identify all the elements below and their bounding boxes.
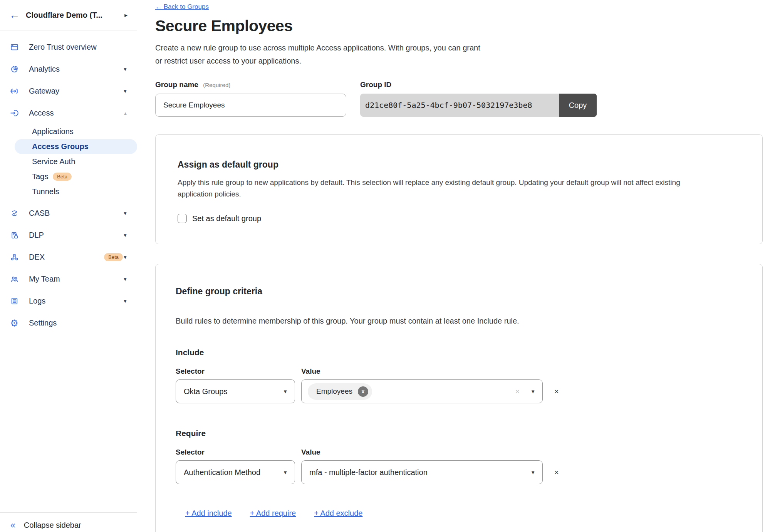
sidebar-item-casb[interactable]: CASB ▼: [0, 202, 137, 224]
sidebar-item-zero-trust-overview[interactable]: Zero Trust overview: [0, 36, 137, 58]
require-heading: Require: [176, 429, 742, 438]
sidebar: ← Cloudflare Demo (T... ▶ Zero Trust ove…: [0, 0, 137, 532]
people-icon: [10, 275, 19, 284]
criteria-title: Define group criteria: [176, 286, 742, 297]
group-identity-row: Group name (Required) Group ID d21ce80f-…: [155, 81, 770, 117]
require-selector-value: Authentication Method: [184, 468, 278, 477]
sidebar-item-label: Logs: [29, 297, 123, 305]
require-value: mfa - multiple-factor authentication: [309, 468, 526, 477]
chevron-down-icon[interactable]: ▼: [123, 211, 127, 216]
group-name-input[interactable]: [155, 94, 346, 117]
chevron-down-icon[interactable]: ▼: [123, 255, 127, 260]
sidebar-item-label: Gateway: [29, 87, 123, 96]
sidebar-item-logs[interactable]: Logs ▼: [0, 290, 137, 312]
require-selector-dropdown[interactable]: Authentication Method ▼: [176, 460, 295, 484]
sidebar-item-label: Analytics: [29, 65, 123, 74]
clear-values-icon[interactable]: ×: [515, 387, 520, 396]
add-exclude-link[interactable]: + Add exclude: [314, 509, 362, 518]
chevron-down-icon[interactable]: ▼: [123, 277, 127, 282]
sidebar-item-service-auth[interactable]: Service Auth: [15, 154, 137, 169]
sidebar-item-label: Access: [29, 109, 123, 117]
sidebar-item-gateway[interactable]: Gateway ▼: [0, 80, 137, 102]
sidebar-item-label: Access Groups: [32, 142, 89, 151]
sidebar-item-label: My Team: [29, 275, 123, 284]
beta-badge: Beta: [53, 173, 72, 181]
chevron-down-icon: ▼: [530, 389, 535, 394]
sidebar-item-dex[interactable]: DEX Beta ▼: [0, 246, 137, 268]
sidebar-header: ← Cloudflare Demo (T... ▶: [0, 0, 137, 30]
beta-badge: Beta: [104, 253, 123, 261]
rule-actions: + Add include + Add require + Add exclud…: [185, 509, 742, 518]
document-lock-icon: [10, 231, 19, 240]
collapse-icon: «: [10, 521, 15, 530]
include-rule-row: Okta Groups ▼ Employees x × ▼ ×: [176, 379, 742, 403]
sidebar-item-tags[interactable]: Tags Beta: [15, 169, 137, 184]
include-selector-value: Okta Groups: [184, 387, 278, 396]
page-description-line1: Create a new rule group to use across mu…: [155, 41, 770, 54]
criteria-card: Define group criteria Build rules to det…: [155, 264, 763, 532]
page-description-line2: or restrict user access to your applicat…: [155, 54, 770, 67]
required-hint: (Required): [203, 82, 230, 88]
network-nodes-icon: [10, 253, 19, 262]
add-require-link[interactable]: + Add require: [250, 509, 296, 518]
gear-icon: ⚙: [10, 319, 19, 328]
add-include-link[interactable]: + Add include: [185, 509, 232, 518]
sidebar-item-label: CASB: [29, 209, 123, 218]
sidebar-nav: Zero Trust overview Analytics ▼ Gateway …: [0, 30, 137, 334]
require-rule-row: Authentication Method ▼ mfa - multiple-f…: [176, 460, 742, 484]
default-group-title: Assign as default group: [178, 159, 741, 170]
remove-include-rule-icon[interactable]: ×: [554, 387, 559, 396]
gateway-icon: [10, 87, 19, 96]
set-default-group-label: Set as default group: [192, 214, 261, 223]
include-value-multiselect[interactable]: Employees x × ▼: [301, 379, 543, 403]
sidebar-item-access-groups[interactable]: Access Groups: [15, 139, 137, 154]
set-default-group-checkbox[interactable]: [178, 214, 187, 223]
page-title: Secure Employees: [155, 17, 770, 35]
group-id-field: Group ID d21ce80f-5a25-4bcf-9b07-5032197…: [360, 81, 597, 117]
include-value-label: Value: [301, 367, 320, 376]
include-selector-dropdown[interactable]: Okta Groups ▼: [176, 379, 295, 403]
login-arrow-icon: [10, 109, 19, 117]
group-name-field: Group name (Required): [155, 81, 346, 117]
chevron-down-icon[interactable]: ▼: [123, 89, 127, 94]
default-group-card: Assign as default group Apply this rule …: [155, 134, 763, 244]
sidebar-item-label: Tunnels: [32, 187, 59, 196]
group-id-label: Group ID: [360, 81, 391, 89]
sidebar-item-my-team[interactable]: My Team ▼: [0, 268, 137, 290]
sidebar-item-label: DLP: [29, 231, 123, 240]
default-group-description-line1: Apply this rule group to new application…: [178, 177, 741, 188]
copy-button[interactable]: Copy: [559, 94, 597, 117]
chevron-up-icon[interactable]: ▲: [123, 111, 127, 116]
sidebar-item-label: Zero Trust overview: [29, 43, 127, 52]
casb-sync-icon: [10, 209, 19, 218]
include-selector-label: Selector: [176, 367, 295, 376]
chevron-down-icon: ▼: [283, 470, 288, 475]
sidebar-item-dlp[interactable]: DLP ▼: [0, 224, 137, 246]
log-list-icon: [10, 297, 19, 305]
back-arrow-icon[interactable]: ←: [9, 10, 20, 20]
sidebar-item-tunnels[interactable]: Tunnels: [15, 184, 137, 199]
set-default-group-row: Set as default group: [178, 214, 741, 223]
require-selector-label: Selector: [176, 448, 295, 456]
remove-require-rule-icon[interactable]: ×: [554, 468, 559, 477]
account-name[interactable]: Cloudflare Demo (T...: [26, 11, 122, 20]
chevron-down-icon[interactable]: ▼: [123, 299, 127, 304]
sidebar-item-access[interactable]: Access ▲: [0, 102, 137, 124]
pie-chart-icon: [10, 65, 19, 74]
sidebar-item-analytics[interactable]: Analytics ▼: [0, 58, 137, 80]
main-content: ← Back to Groups Secure Employees Create…: [137, 0, 770, 532]
chevron-down-icon[interactable]: ▼: [123, 233, 127, 238]
require-value-label: Value: [301, 448, 320, 456]
chevron-down-icon: ▼: [283, 389, 288, 394]
require-value-dropdown[interactable]: mfa - multiple-factor authentication ▼: [301, 460, 543, 484]
collapse-sidebar-button[interactable]: « Collapse sidebar: [0, 512, 137, 532]
chevron-right-icon[interactable]: ▶: [124, 13, 127, 17]
default-group-description: Apply this rule group to new application…: [178, 177, 741, 200]
page-description: Create a new rule group to use across mu…: [155, 41, 770, 67]
chevron-down-icon[interactable]: ▼: [123, 67, 127, 72]
sidebar-item-applications[interactable]: Applications: [15, 124, 137, 139]
remove-tag-icon[interactable]: x: [358, 386, 368, 397]
value-tag: Employees x: [308, 383, 372, 400]
back-to-groups-link[interactable]: ← Back to Groups: [155, 3, 209, 11]
sidebar-item-settings[interactable]: ⚙ Settings: [0, 312, 137, 334]
